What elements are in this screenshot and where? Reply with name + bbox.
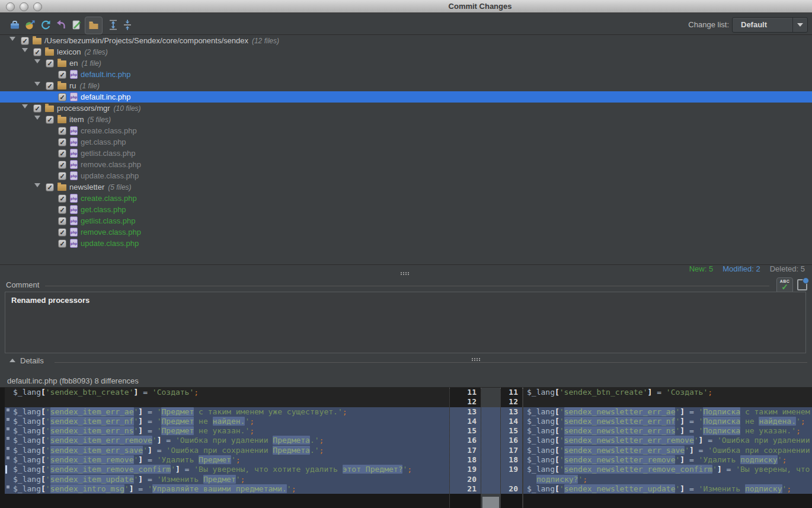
php-file-icon: php bbox=[70, 171, 78, 180]
tree-row[interactable]: ✓phpremove.class.php bbox=[0, 159, 812, 170]
checkbox[interactable]: ✓ bbox=[58, 161, 66, 169]
checkbox[interactable]: ✓ bbox=[46, 82, 54, 90]
tree-row[interactable]: ✓phpcreate.class.php bbox=[0, 125, 812, 136]
diff-code-line[interactable]: $_lang['sendex_intro_msg'] = 'Управляйте… bbox=[5, 484, 449, 494]
changelist-icon[interactable] bbox=[8, 18, 21, 31]
checkbox[interactable]: ✓ bbox=[58, 206, 66, 214]
tree-row[interactable]: ✓/Users/bezumkin/Projects/Sendex/core/co… bbox=[0, 35, 812, 46]
change-list-dropdown[interactable]: Default bbox=[732, 17, 808, 33]
tree-row[interactable]: ✓phpdefault.inc.php bbox=[0, 91, 812, 103]
commit-history-icon[interactable] bbox=[797, 279, 807, 290]
diff-code-line[interactable]: $_lang['sendex_newsletter_err_save'] = '… bbox=[523, 446, 812, 455]
diff-splitter-handle[interactable] bbox=[482, 497, 499, 508]
php-file-icon: php bbox=[70, 216, 78, 225]
checkbox[interactable]: ✓ bbox=[21, 37, 29, 45]
diff-change-connector bbox=[481, 407, 500, 494]
expand-arrow-icon[interactable] bbox=[34, 82, 40, 90]
group-by-directory-button[interactable] bbox=[85, 17, 103, 34]
expand-arrow-icon[interactable] bbox=[9, 37, 15, 45]
diff-code-line[interactable]: подписку?'; bbox=[523, 475, 812, 484]
diff-code-line[interactable] bbox=[5, 397, 449, 407]
tree-row[interactable]: ✓phpupdate.class.php bbox=[0, 170, 812, 181]
code-text: $_lang['sendex_newsletter_err_nf'] = 'По… bbox=[527, 417, 805, 426]
diff-code-line[interactable]: $_lang['sendex_item_err_nf'] = 'Предмет … bbox=[5, 417, 449, 426]
expand-arrow-icon[interactable] bbox=[34, 116, 40, 124]
zoom-window-icon[interactable] bbox=[33, 2, 42, 11]
expand-arrow-icon[interactable] bbox=[22, 48, 28, 56]
checkbox[interactable]: ✓ bbox=[58, 239, 66, 248]
checkbox[interactable]: ✓ bbox=[58, 228, 66, 237]
tree-row[interactable]: ✓item(5 files) bbox=[0, 114, 812, 125]
version-control-icon[interactable] bbox=[24, 18, 37, 31]
status-count: New: 5 bbox=[689, 264, 713, 273]
tree-row[interactable]: ✓phpgetlist.class.php bbox=[0, 148, 812, 159]
tree-row[interactable]: ✓phpget.class.php bbox=[0, 136, 812, 148]
tree-row[interactable]: ✓phpdefault.inc.php bbox=[0, 69, 812, 80]
tree-row[interactable]: ✓phpget.class.php bbox=[0, 204, 812, 215]
tree-row[interactable]: ✓phpupdate.class.php bbox=[0, 238, 812, 249]
checkbox[interactable]: ✓ bbox=[58, 217, 66, 225]
diff-code-line[interactable]: $_lang['sendex_item_remove_confirm'] = '… bbox=[5, 465, 449, 474]
tree-item-label: newsletter bbox=[69, 183, 104, 191]
close-window-icon[interactable] bbox=[6, 2, 15, 11]
checkbox[interactable]: ✓ bbox=[46, 116, 54, 124]
checkbox[interactable]: ✓ bbox=[58, 127, 66, 135]
diff-code-line[interactable]: $_lang['sendex_item_err_ns'] = 'Предмет … bbox=[5, 426, 449, 436]
diff-code-line[interactable]: $_lang['sendex_newsletter_remove'] = 'Уд… bbox=[523, 455, 812, 465]
diff-code-line[interactable]: $_lang['sendex_item_err_save'] = 'Ошибка… bbox=[5, 446, 449, 455]
diff-code-line[interactable]: $_lang['sendex_newsletter_err_nf'] = 'По… bbox=[523, 417, 812, 426]
tree-row[interactable]: ✓ru(1 file) bbox=[0, 80, 812, 91]
tree-row[interactable]: ✓phpgetlist.class.php bbox=[0, 215, 812, 226]
tree-row[interactable]: ✓newsletter(5 files) bbox=[0, 181, 812, 193]
checkbox[interactable]: ✓ bbox=[58, 138, 66, 146]
spellcheck-button[interactable]: ABC ✓ bbox=[776, 277, 793, 293]
expand-arrow-icon[interactable] bbox=[34, 183, 40, 191]
checkbox[interactable]: ✓ bbox=[33, 48, 41, 56]
details-grip[interactable] bbox=[472, 358, 473, 359]
checkbox[interactable]: ✓ bbox=[46, 59, 54, 68]
checkbox[interactable]: ✓ bbox=[33, 104, 41, 113]
line-number: 16 bbox=[450, 436, 481, 445]
title-bar: Commit Changes bbox=[0, 0, 812, 13]
details-toggle[interactable]: Details bbox=[20, 356, 44, 365]
diff-code-line[interactable] bbox=[523, 397, 812, 407]
details-collapse-icon[interactable] bbox=[9, 359, 15, 362]
refresh-icon[interactable] bbox=[39, 18, 52, 31]
diff-code-line[interactable]: $_lang['sendex_item_update'] = 'Изменить… bbox=[5, 475, 449, 484]
checkbox[interactable]: ✓ bbox=[58, 71, 66, 79]
diff-left-pane[interactable]: $_lang['sendex_btn_create'] = 'Создать';… bbox=[5, 388, 449, 508]
diff-panel: $_lang['sendex_btn_create'] = 'Создать';… bbox=[0, 387, 812, 508]
tree-row[interactable]: ✓lexicon(2 files) bbox=[0, 46, 812, 57]
diff-code-line[interactable]: $_lang['sendex_newsletter_err_ns'] = 'По… bbox=[523, 426, 812, 436]
splitter-grip[interactable] bbox=[401, 272, 402, 273]
expand-arrow-icon[interactable] bbox=[34, 59, 40, 68]
expand-arrow-icon[interactable] bbox=[22, 104, 28, 113]
tree-item-label: remove.class.php bbox=[81, 160, 141, 169]
expand-all-icon[interactable] bbox=[107, 18, 120, 31]
checkbox[interactable]: ✓ bbox=[58, 172, 66, 180]
diff-code-line[interactable]: $_lang['sendex_newsletter_err_ae'] = 'По… bbox=[523, 407, 812, 417]
diff-code-line[interactable]: $_lang['sendex_item_err_ae'] = 'Предмет … bbox=[5, 407, 449, 417]
minimize-window-icon[interactable] bbox=[20, 2, 28, 11]
tree-row[interactable]: ✓phpremove.class.php bbox=[0, 226, 812, 238]
diff-code-line[interactable]: $_lang['sendex_item_err_remove'] = 'Ошиб… bbox=[5, 436, 449, 445]
tree-row[interactable]: ✓en(1 file) bbox=[0, 57, 812, 69]
checkbox[interactable]: ✓ bbox=[46, 183, 54, 191]
diff-code-line[interactable]: $_lang['sendex_btn_create'] = 'Создать'; bbox=[523, 388, 812, 397]
tree-row[interactable]: ✓processors/mgr(10 files) bbox=[0, 103, 812, 114]
diff-code-line[interactable]: $_lang['sendex_newsletter_remove_confirm… bbox=[523, 465, 812, 474]
show-diff-icon[interactable] bbox=[70, 18, 83, 31]
diff-code-line[interactable]: $_lang['sendex_newsletter_err_remove'] =… bbox=[523, 436, 812, 445]
diff-right-pane[interactable]: $_lang['sendex_btn_create'] = 'Создать';… bbox=[523, 388, 812, 508]
comment-input[interactable]: Renamed processors bbox=[5, 292, 806, 353]
checkbox[interactable]: ✓ bbox=[58, 93, 66, 101]
checkbox[interactable]: ✓ bbox=[58, 194, 66, 203]
collapse-all-icon[interactable] bbox=[121, 18, 134, 31]
line-number: 17 bbox=[450, 446, 481, 455]
diff-code-line[interactable]: $_lang['sendex_newsletter_update'] = 'Из… bbox=[523, 484, 812, 494]
diff-code-line[interactable]: $_lang['sendex_btn_create'] = 'Создать'; bbox=[5, 388, 449, 397]
diff-code-line[interactable]: $_lang['sendex_item_remove'] = 'Удалить … bbox=[5, 455, 449, 465]
tree-row[interactable]: ✓phpcreate.class.php bbox=[0, 193, 812, 204]
rollback-icon[interactable] bbox=[55, 18, 68, 31]
checkbox[interactable]: ✓ bbox=[58, 149, 66, 158]
